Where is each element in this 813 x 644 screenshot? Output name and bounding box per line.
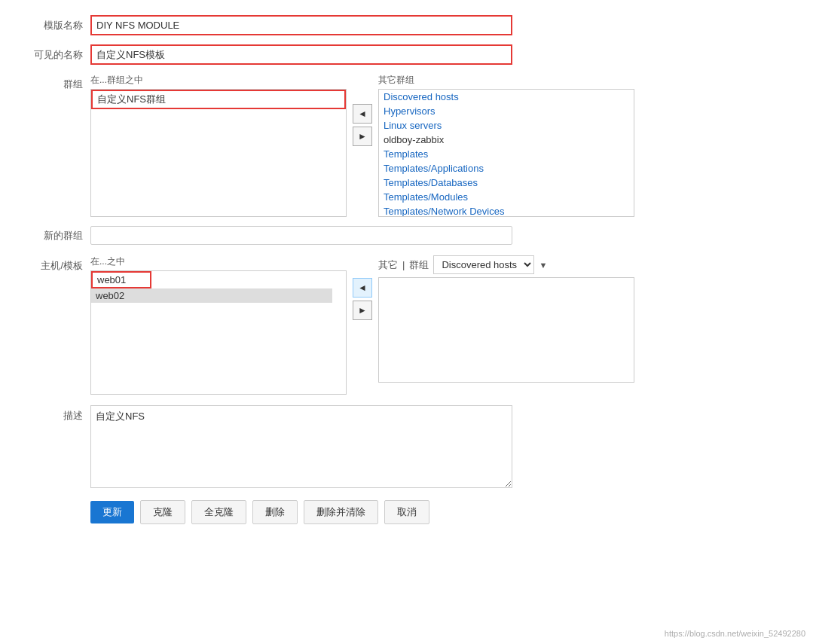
new-group-input[interactable] [90,226,512,245]
other-group-item-7[interactable]: Templates/Modules [379,190,634,204]
host-group-dropdown[interactable]: Discovered hosts Hypervisors Linux serve… [433,255,534,274]
in-hosts-container: 在...之中 web01 web02 [90,255,347,395]
in-group-item-0[interactable]: 自定义NFS群组 [91,90,346,109]
other-groups-container: 其它群组 Discovered hosts Hypervisors Linux … [378,74,634,217]
host-section: 主机/模板 在...之中 web01 web02 ◄ ► 其它 | 群组 Dis… [23,255,790,395]
new-group-row: 新的群组 [23,226,790,245]
host-template-label: 主机/模板 [23,255,90,273]
other-group-sublabel: 其它群组 [378,74,634,87]
group-section: 群组 在...群组之中 自定义NFS群组 ◄ ► 其它群组 Discovered… [23,74,790,217]
other-hosts-list[interactable] [378,277,634,383]
in-groups-list[interactable]: 自定义NFS群组 [90,89,347,217]
group-pipe-label: 群组 [409,258,429,272]
clone-button[interactable]: 克隆 [140,500,185,524]
host-move-right-btn[interactable]: ► [353,301,372,320]
in-hosts-sublabel: 在...之中 [90,255,347,268]
other-hosts-container: 其它 | 群组 Discovered hosts Hypervisors Lin… [378,255,634,383]
in-hosts-list[interactable]: web01 web02 [90,270,347,395]
in-host-item-0[interactable]: web01 [91,271,151,288]
other-group-item-8[interactable]: Templates/Network Devices [379,204,634,217]
other-group-item-4[interactable]: Templates [379,147,634,161]
module-name-input[interactable] [90,15,512,35]
group-label: 群组 [23,74,90,91]
other-group-item-1[interactable]: Hypervisors [379,104,634,118]
update-button[interactable]: 更新 [90,501,134,523]
other-group-item-6[interactable]: Templates/Databases [379,175,634,190]
other-group-item-3[interactable]: oldboy-zabbix [379,133,634,147]
dropdown-chevron-icon: ▼ [539,261,547,270]
other-groups-list[interactable]: Discovered hosts Hypervisors Linux serve… [378,89,634,217]
desc-section: 描述 自定义NFS [23,405,790,488]
group-content: 在...群组之中 自定义NFS群组 ◄ ► 其它群组 Discovered ho… [90,74,790,217]
host-move-left-btn[interactable]: ◄ [353,278,372,298]
group-arrow-buttons: ◄ ► [353,74,372,146]
in-group-sublabel: 在...群组之中 [90,74,347,87]
desc-textarea[interactable]: 自定义NFS [90,405,512,488]
host-content: 在...之中 web01 web02 ◄ ► 其它 | 群组 Discovere… [90,255,790,395]
visible-name-row: 可见的名称 [23,44,790,65]
move-right-btn[interactable]: ► [353,127,372,146]
module-name-field [90,15,790,35]
other-group-item-0[interactable]: Discovered hosts [379,90,634,104]
delete-clear-button[interactable]: 删除并清除 [304,500,378,524]
button-row: 更新 克隆 全克隆 删除 删除并清除 取消 [23,500,790,524]
visible-name-input[interactable] [90,44,512,65]
other-group-item-5[interactable]: Templates/Applications [379,161,634,175]
module-name-row: 模版名称 [23,15,790,35]
visible-name-label: 可见的名称 [23,44,90,62]
other-label: 其它 [378,258,398,272]
full-clone-button[interactable]: 全克隆 [191,500,246,524]
delete-button[interactable]: 删除 [252,500,298,524]
module-name-label: 模版名称 [23,15,90,32]
other-group-item-2[interactable]: Linux servers [379,118,634,133]
in-host-item-1[interactable]: web02 [91,288,332,303]
desc-label: 描述 [23,405,90,423]
host-arrow-buttons: ◄ ► [353,255,372,320]
visible-name-field [90,44,790,65]
move-left-btn[interactable]: ◄ [353,104,372,124]
cancel-button[interactable]: 取消 [384,500,429,524]
new-group-label: 新的群组 [23,229,90,243]
in-groups-container: 在...群组之中 自定义NFS群组 [90,74,347,217]
other-hosts-header: 其它 | 群组 Discovered hosts Hypervisors Lin… [378,255,634,274]
pipe-separator: | [402,259,405,270]
